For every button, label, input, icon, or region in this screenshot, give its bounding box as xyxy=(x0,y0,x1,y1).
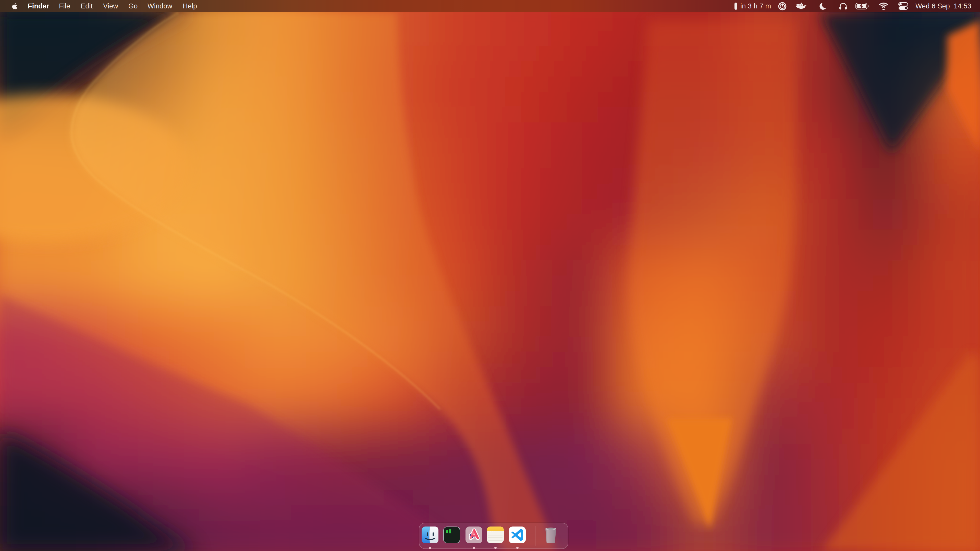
svg-text:$: $ xyxy=(445,529,448,534)
